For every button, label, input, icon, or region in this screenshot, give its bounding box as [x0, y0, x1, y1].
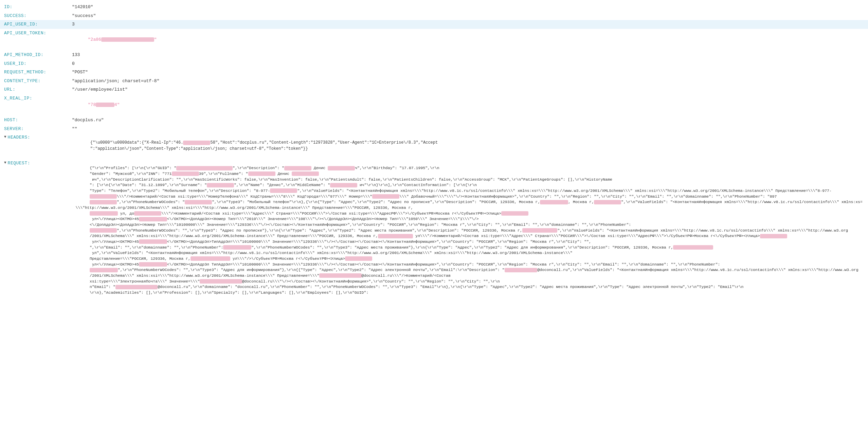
key-url: URL:: [4, 86, 72, 93]
value-url: "/user/employee/list": [72, 86, 864, 93]
redacted-phone: [270, 188, 297, 193]
redacted-phone4: [90, 228, 117, 233]
headers-toggle[interactable]: ▼: [4, 134, 6, 140]
key-x-real-ip: X_REAL_IP:: [4, 95, 72, 102]
key-api-user-id: API_USER_ID:: [4, 21, 72, 28]
redacted-desc2: [328, 166, 355, 170]
row-url: URL: "/user/employee/list": [0, 85, 868, 94]
row-api-method-id: API_METHOD_ID: 133: [0, 51, 868, 59]
request-toggle[interactable]: ▼: [4, 160, 6, 166]
value-api-user-token: "2a86 ": [72, 30, 864, 50]
row-server: SERVER: "": [0, 125, 868, 133]
value-x-real-ip: "78 4": [72, 95, 864, 115]
redacted-oktmo3: [139, 262, 167, 267]
log-container: ID: "142010" SUCCESS: "success" API_USER…: [0, 0, 868, 305]
redacted-phonenumber: [90, 200, 117, 204]
key-headers: HEADERS:: [8, 134, 76, 141]
key-host: HOST:: [4, 117, 72, 124]
value-success: "success": [72, 13, 864, 19]
value-request-method: "POST": [72, 69, 864, 76]
redacted-fullname: [248, 171, 275, 176]
row-x-real-ip: X_REAL_IP: "78 4": [0, 94, 868, 116]
redacted-oktmo1: [139, 217, 167, 221]
redacted-street3: [345, 256, 372, 261]
redacted-phone5: [223, 245, 251, 250]
redacted-inn: [172, 171, 199, 176]
redacted-addr8: [191, 256, 230, 261]
key-api-method-id: API_METHOD_ID:: [4, 52, 72, 58]
key-server: SERVER:: [4, 126, 72, 132]
value-content-type: "application/json; charset=utf-8": [72, 78, 864, 85]
redacted-email2: [319, 273, 361, 278]
value-api-user-id: 3: [72, 21, 864, 28]
value-headers: {"\u0000*\u0000data":{"X-Real-Ip":"46. 5…: [76, 134, 864, 158]
redacted-oktmo2: [139, 239, 167, 244]
redacted-guid: [176, 166, 233, 170]
row-content-type: CONTENT_TYPE: "application/json; charset…: [0, 77, 868, 86]
row-success: SUCCESS: "success": [0, 12, 868, 20]
redacted-token: [101, 37, 154, 42]
redacted-addr5: [522, 228, 558, 233]
row-headers: ▼ HEADERS: {"\u0000*\u0000data":{"X-Real…: [0, 133, 868, 159]
redacted-street1: [501, 211, 528, 216]
row-api-user-token: API_USER_TOKEN: "2a86 ": [0, 29, 868, 51]
redacted-middlename: [330, 183, 357, 187]
redacted-phone3: [372, 194, 399, 199]
redacted-surname: [207, 183, 234, 187]
redacted-addr7: [673, 245, 713, 250]
redacted-phone2: [90, 194, 117, 199]
value-request: {"\r\n"Profiles": [\r\n{\r\n"GUID": " ",…: [76, 160, 864, 302]
redacted-phone6: [90, 268, 118, 272]
redacted-email1: [505, 268, 538, 272]
value-server: "": [72, 126, 864, 132]
row-id: ID: "142010": [0, 3, 868, 12]
key-request-method: REQUEST_METHOD:: [4, 69, 72, 76]
row-user-id: USER_ID: 0: [0, 59, 868, 68]
redacted-addr3: [90, 211, 118, 216]
row-request-method: REQUEST_METHOD: "POST": [0, 68, 868, 77]
key-user-id: USER_ID:: [4, 60, 72, 67]
redacted-addr6: [378, 234, 413, 238]
key-content-type: CONTENT_TYPE:: [4, 78, 72, 85]
value-api-method-id: 133: [72, 52, 864, 58]
redacted-addr4: [134, 211, 161, 216]
value-user-id: 0: [72, 60, 864, 67]
key-success: SUCCESS:: [4, 13, 72, 19]
redacted-email4: [115, 285, 158, 289]
value-host: "docplus.ru": [72, 117, 864, 124]
row-host: HOST: "docplus.ru": [0, 116, 868, 125]
row-request: ▼ REQUEST: {"\r\n"Profiles": [\r\n{\r\n"…: [0, 159, 868, 303]
redacted-fullname2: [292, 171, 319, 176]
redacted-header-ip: [183, 141, 210, 145]
redacted-email3: [200, 279, 242, 284]
redacted-phonewo: [185, 200, 212, 204]
redacted-ip: [96, 103, 114, 107]
value-id: "142010": [72, 4, 864, 11]
key-request: REQUEST:: [8, 160, 76, 167]
redacted-addr2: [594, 200, 621, 204]
redacted-addr1: [540, 200, 568, 204]
redacted-street2: [760, 234, 787, 238]
row-api-user-id: API_USER_ID: 3: [0, 20, 868, 29]
key-api-user-token: API_USER_TOKEN:: [4, 30, 72, 37]
key-id: ID:: [4, 4, 72, 11]
redacted-desc1: [284, 166, 311, 170]
